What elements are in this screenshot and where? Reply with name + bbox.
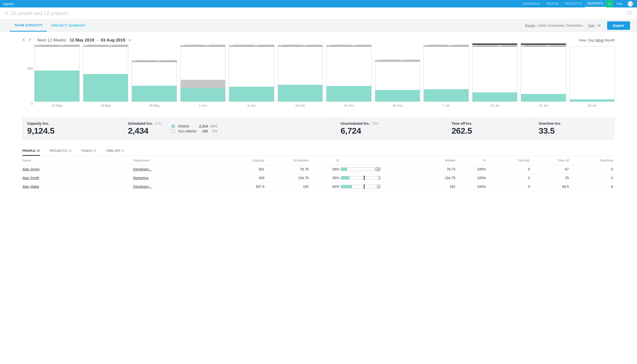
chart-bar[interactable]: 2 Jun	[180, 45, 226, 107]
search-input[interactable]	[11, 10, 627, 16]
card-unscheduled-label: Unscheduled hrs.	[341, 122, 370, 126]
col-chart	[341, 158, 412, 162]
person-name-link[interactable]: Alan Smith	[22, 176, 133, 180]
x-label: 9 Jun	[229, 104, 274, 107]
chart-bar[interactable]: 26 May	[132, 45, 177, 107]
table-row: Alan SmithMarketing439154.7535%154.75100…	[22, 174, 615, 182]
summary-cards: Capacity hrs. 9,124.5 Scheduled hrs.27% …	[22, 118, 615, 140]
capacity-chart: 0500 12 May19 May26 May2 Jun9 Jun16 Jun2…	[22, 49, 615, 112]
cell-billable: 154.75	[412, 176, 457, 180]
cell-timeoff: 56.5	[531, 184, 570, 188]
svg-line-4	[7, 14, 8, 15]
cell-scheduled: 154.75	[266, 176, 310, 180]
cell-nonbill: 0	[487, 184, 531, 188]
card-unscheduled: Unscheduled hrs.74% 6,724	[336, 118, 447, 139]
cell-timeoff: 25	[531, 176, 570, 180]
nav-schedule[interactable]: SCHEDULE	[520, 0, 543, 8]
person-name-link[interactable]: Alan Wake	[22, 184, 133, 188]
chart-bar[interactable]: 23 Jun	[326, 45, 371, 107]
nav-projects[interactable]: PROJECTS	[562, 0, 585, 8]
tab-timeoff[interactable]: TIME OFF4	[106, 146, 124, 156]
col-billable: Billable	[412, 158, 457, 162]
col-capacity: Capacity	[222, 158, 266, 162]
chart-bar[interactable]: 7 Jul	[423, 45, 469, 107]
svg-point-9	[628, 13, 628, 13]
nav-reports[interactable]: REPORTS	[585, 0, 606, 8]
card-unscheduled-value: 6,724	[341, 126, 443, 136]
x-label: 26 May	[132, 104, 177, 107]
filter-task-label: Task	[588, 24, 594, 27]
export-button[interactable]: Export	[607, 21, 630, 30]
view-month[interactable]: Month	[605, 38, 615, 42]
view-week[interactable]: Week	[595, 38, 604, 42]
cell-billable: 182	[412, 184, 457, 188]
col-overtime: Overtime	[570, 158, 615, 162]
cell-billable: 78.75	[412, 167, 457, 171]
chart-bar[interactable]: 21 Jul	[521, 45, 566, 107]
cell-capacity: 301	[222, 167, 266, 171]
filter-task-value: : All	[595, 24, 601, 27]
nav-help[interactable]: Help	[613, 2, 625, 6]
period-dropdown[interactable]	[128, 38, 132, 43]
cell-capacity: 439	[222, 176, 266, 180]
filter-people-label: People	[525, 24, 535, 27]
x-label: 23 Jun	[326, 104, 371, 107]
avatar[interactable]	[627, 1, 633, 6]
next-period-button[interactable]	[28, 38, 31, 43]
x-label: 7 Jul	[423, 104, 469, 107]
col-bpct: %	[457, 158, 487, 162]
chart-bar[interactable]: 16 Jun	[278, 45, 323, 107]
prev-period-button[interactable]	[22, 38, 25, 43]
svg-point-10	[628, 14, 628, 14]
scheduled-legend: Billable 2,314 95% Non-billable 120 5%	[172, 124, 217, 133]
subtab-team-capacity[interactable]: TEAM CAPACITY	[10, 20, 47, 32]
cell-bpct: 100%	[457, 176, 487, 180]
svg-point-1	[629, 2, 631, 4]
card-timeoff-label: Time off hrs.	[451, 122, 529, 126]
cell-overtime: 8	[570, 184, 615, 188]
chart-bar[interactable]: 14 Jul	[472, 45, 518, 107]
chart-bar[interactable]: 19 May	[83, 45, 128, 107]
nav-people[interactable]: PEOPLE	[543, 0, 562, 8]
department-link[interactable]: Developm...	[133, 167, 222, 171]
list-view-icon[interactable]	[627, 10, 632, 16]
cell-capacity: 407.5	[222, 184, 266, 188]
chart-bar[interactable]: 12 May	[34, 45, 80, 107]
card-scheduled: Scheduled hrs.27% 2,434 Billable 2,314 9…	[123, 118, 336, 139]
card-capacity: Capacity hrs. 9,124.5	[23, 118, 123, 139]
cell-overtime: 0	[570, 167, 615, 171]
add-button[interactable]: ＋	[606, 0, 613, 8]
x-label: 21 Jul	[521, 104, 566, 107]
x-label: 30 Jun	[375, 104, 420, 107]
filter-task[interactable]: Task : All	[588, 24, 600, 27]
top-nav: Agency SCHEDULE PEOPLE PROJECTS REPORTS …	[0, 0, 637, 8]
chart-bar[interactable]: 9 Jun	[229, 45, 274, 107]
search-bar	[0, 8, 637, 20]
person-name-link[interactable]: Alan Jones	[22, 167, 133, 171]
legend-billable-swatch	[172, 125, 175, 128]
svg-point-3	[5, 11, 8, 14]
tab-tasks[interactable]: TASKS11	[81, 146, 97, 156]
x-label: 14 Jul	[472, 104, 518, 107]
department-link[interactable]: Developm...	[133, 184, 222, 188]
card-scheduled-label: Scheduled hrs.	[128, 122, 153, 126]
cell-bpct: 100%	[457, 184, 487, 188]
legend-nonbillable-pct: 5%	[210, 129, 217, 133]
view-day[interactable]: Day	[588, 38, 594, 42]
tab-projects[interactable]: PROJECTS12	[50, 146, 72, 156]
cell-overtime: 0	[570, 176, 615, 180]
card-capacity-value: 9,124.5	[27, 126, 119, 136]
department-link[interactable]: Marketing	[133, 176, 222, 180]
chart-bar[interactable]: 30 Jun	[375, 45, 420, 107]
subtab-project-summary[interactable]: PROJECT SUMMARY	[47, 20, 90, 32]
legend-billable-val: 2,314	[199, 124, 208, 128]
table-header: Name Department Capacity Scheduled % Bil…	[22, 156, 615, 165]
tab-people[interactable]: PEOPLE20	[22, 146, 40, 156]
y-tick: 0	[31, 102, 33, 106]
card-overtime-value: 33.5	[539, 126, 610, 136]
filter-people[interactable]: People : Active, Employees, Contractors	[525, 24, 583, 27]
x-label: 16 Jun	[278, 104, 323, 107]
x-label: 12 May	[34, 104, 80, 107]
chart-bar[interactable]: 28 Jul	[570, 45, 615, 107]
cell-nonbill: 0	[487, 167, 531, 171]
